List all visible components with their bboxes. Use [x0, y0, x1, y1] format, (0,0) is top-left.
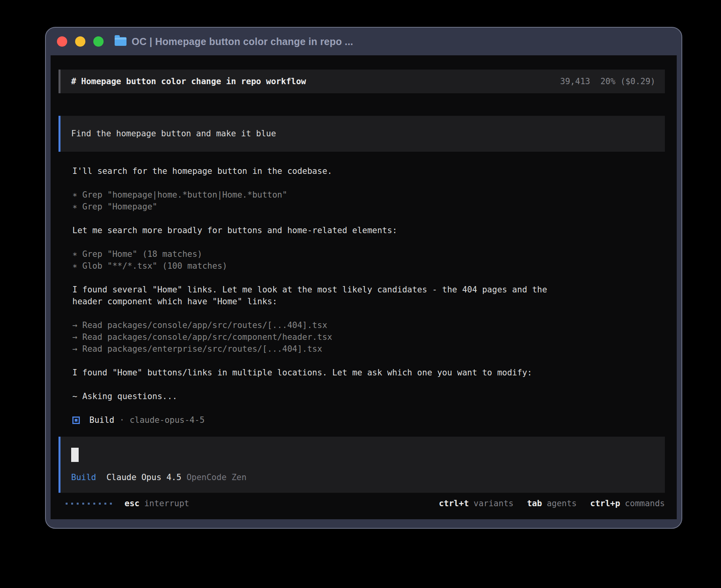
folder-icon — [115, 37, 126, 46]
spinner-dot — [82, 503, 84, 505]
model-name[interactable]: Claude Opus 4.5 — [106, 473, 181, 482]
session-title: # Homepage button color change in repo w… — [71, 77, 306, 86]
transcript-line: ~ Asking questions... — [72, 390, 551, 402]
transcript-line: Let me search more broadly for buttons a… — [72, 224, 551, 236]
desktop: OC | Homepage button color change in rep… — [0, 0, 721, 588]
transcript-line: ∗ Grep "homepage|home.*button|Home.*butt… — [72, 189, 551, 201]
window-title: OC | Homepage button color change in rep… — [132, 36, 353, 47]
spinner-dot — [104, 503, 106, 505]
status-bar: esc interrupt ctrl+tvariantstabagentsctr… — [66, 499, 665, 508]
transcript-line: ∗ Grep "Home" (18 matches) — [72, 248, 551, 260]
titlebar[interactable]: OC | Homepage button color change in rep… — [46, 28, 681, 55]
spinner-dot — [66, 503, 68, 505]
transcript-line: → Read packages/console/app/src/componen… — [72, 331, 551, 343]
spinner-dot — [99, 503, 101, 505]
transcript-line: ∗ Glob "**/*.tsx" (100 matches) — [72, 260, 551, 272]
shortcut-label: agents — [547, 499, 577, 508]
transcript-block: ∗ Grep "Home" (18 matches)∗ Glob "**/*.t… — [72, 248, 551, 272]
separator-dot: · — [119, 414, 125, 426]
transcript-line: I found "Home" buttons/links in multiple… — [72, 367, 551, 379]
status-hints: ctrl+tvariantstabagentsctrl+pcommands — [439, 499, 665, 508]
shortcut-key: ctrl+t — [439, 499, 469, 508]
shortcut-hint: ctrl+pcommands — [590, 499, 665, 508]
session-header: # Homepage button color change in repo w… — [59, 70, 665, 93]
status-left: esc interrupt — [66, 499, 189, 508]
close-button-icon[interactable] — [57, 36, 67, 47]
token-count: 39,413 — [560, 77, 590, 86]
transcript-block: I found several "Home" links. Let me loo… — [72, 284, 551, 307]
terminal-content: # Homepage button color change in repo w… — [51, 55, 677, 519]
interrupt-key: esc — [125, 499, 140, 508]
shortcut-key: tab — [527, 499, 542, 508]
agent-square-icon — [72, 416, 80, 424]
input-meta: Build Claude Opus 4.5 OpenCode Zen — [71, 473, 655, 482]
agent-name: Build — [89, 414, 114, 426]
shortcut-label: commands — [625, 499, 665, 508]
spinner-dot — [77, 503, 79, 505]
agent-mode[interactable]: Build — [71, 473, 96, 482]
transcript-block: → Read packages/console/app/src/routes/[… — [72, 319, 551, 355]
interrupt-label: interrupt — [144, 499, 189, 508]
user-message-text: Find the homepage button and make it blu… — [71, 129, 276, 138]
traffic-lights — [57, 36, 104, 47]
transcript: I'll search for the homepage button in t… — [72, 165, 551, 426]
session-stats: 39,413 20% ($0.29) — [560, 77, 655, 86]
text-cursor — [71, 448, 79, 462]
shortcut-label: variants — [474, 499, 513, 508]
prompt-input[interactable]: Build Claude Opus 4.5 OpenCode Zen — [59, 437, 665, 493]
spinner-dots-icon — [66, 503, 112, 505]
shortcut-hint: tabagents — [527, 499, 577, 508]
spinner-dot — [88, 503, 90, 505]
agent-model: claude-opus-4-5 — [130, 414, 205, 426]
agent-status-row: Build·claude-opus-4-5 — [72, 414, 551, 426]
zoom-button-icon[interactable] — [93, 36, 104, 47]
transcript-line: ∗ Grep "Homepage" — [72, 201, 551, 213]
terminal-window: OC | Homepage button color change in rep… — [45, 27, 682, 529]
transcript-line: → Read packages/console/app/src/routes/[… — [72, 319, 551, 331]
transcript-block: Let me search more broadly for buttons a… — [72, 224, 551, 236]
transcript-line: I found several "Home" links. Let me loo… — [72, 284, 551, 307]
spinner-dot — [71, 503, 73, 505]
spinner-dot — [93, 503, 95, 505]
shortcut-key: ctrl+p — [590, 499, 620, 508]
user-message: Find the homepage button and make it blu… — [59, 116, 665, 152]
transcript-block: I'll search for the homepage button in t… — [72, 165, 551, 177]
transcript-line: I'll search for the homepage button in t… — [72, 165, 551, 177]
transcript-block: ∗ Grep "homepage|home.*button|Home.*butt… — [72, 189, 551, 213]
provider-name: OpenCode Zen — [187, 473, 247, 482]
transcript-block: I found "Home" buttons/links in multiple… — [72, 367, 551, 379]
transcript-block: ~ Asking questions... — [72, 390, 551, 402]
minimize-button-icon[interactable] — [75, 36, 85, 47]
spinner-dot — [110, 503, 112, 505]
transcript-line: → Read packages/enterprise/src/routes/[.… — [72, 343, 551, 355]
context-cost: 20% ($0.29) — [600, 77, 655, 86]
shortcut-hint: ctrl+tvariants — [439, 499, 513, 508]
